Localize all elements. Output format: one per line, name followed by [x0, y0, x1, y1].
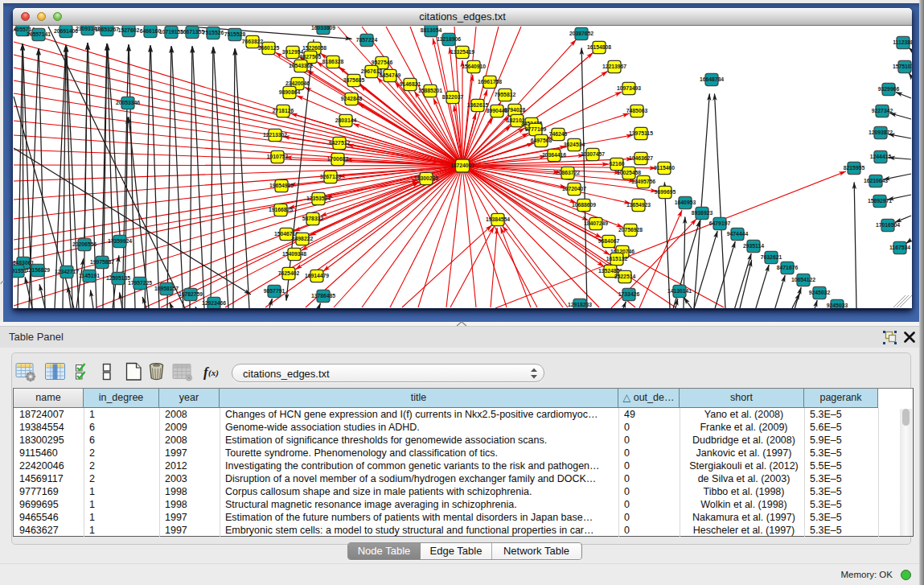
svg-text:20691406: 20691406	[54, 28, 78, 34]
svg-text:2803144: 2803144	[335, 117, 357, 123]
svg-text:1145191: 1145191	[79, 273, 100, 278]
svg-text:16648784: 16648784	[700, 76, 724, 82]
svg-text:746246: 746246	[549, 131, 568, 137]
svg-text:3875685: 3875685	[343, 77, 365, 83]
svg-text:2935114: 2935114	[743, 243, 764, 249]
svg-text:14130141: 14130141	[667, 288, 692, 294]
svg-text:17016504: 17016504	[876, 222, 900, 228]
svg-text:9890864: 9890864	[279, 89, 301, 95]
svg-text:18407249: 18407249	[584, 220, 608, 226]
svg-text:15226058: 15226058	[302, 45, 326, 51]
svg-text:16210643: 16210643	[864, 178, 888, 183]
svg-text:8813054: 8813054	[421, 27, 442, 33]
svg-text:8186328: 8186328	[322, 59, 344, 64]
svg-text:13325419: 13325419	[450, 49, 474, 55]
svg-text:5878332: 5878332	[302, 216, 324, 221]
svg-text:7857224: 7857224	[356, 37, 378, 43]
svg-text:15692971: 15692971	[868, 198, 892, 204]
svg-text:16671355: 16671355	[180, 29, 204, 35]
svg-text:9245033: 9245033	[827, 303, 848, 308]
svg-text:20206556: 20206556	[72, 241, 97, 247]
svg-text:15751074: 15751074	[893, 64, 912, 69]
svg-text:1733426: 1733426	[618, 291, 640, 297]
svg-text:9684067: 9684067	[598, 238, 620, 244]
svg-text:16033809: 16033809	[311, 26, 335, 31]
svg-text:8938923: 8938923	[692, 210, 713, 216]
svg-text:18724007: 18724007	[450, 163, 474, 168]
svg-text:12918233: 12918233	[568, 302, 592, 307]
svg-text:9242848: 9242848	[341, 96, 363, 101]
svg-text:6466160: 6466160	[140, 28, 162, 34]
svg-text:9527546: 9527546	[372, 60, 393, 65]
svg-text:18300295: 18300295	[414, 175, 438, 181]
svg-text:13975115: 13975115	[629, 130, 653, 136]
svg-text:9245032: 9245032	[809, 290, 831, 295]
svg-text:16961758: 16961758	[478, 79, 502, 84]
svg-text:1615132: 1615132	[606, 256, 628, 262]
svg-text:12923466: 12923466	[202, 300, 226, 306]
svg-text:8322037: 8322037	[442, 94, 464, 100]
svg-text:20557141: 20557141	[27, 31, 51, 37]
svg-text:13654923: 13654923	[626, 202, 651, 208]
svg-text:62160: 62160	[610, 161, 625, 167]
svg-text:1362615: 1362615	[467, 102, 489, 108]
svg-text:16782759: 16782759	[179, 291, 203, 297]
svg-text:12156829: 12156829	[26, 267, 50, 273]
svg-text:10688609: 10688609	[572, 202, 596, 208]
svg-text:9827505: 9827505	[300, 54, 322, 60]
svg-text:1244415: 1244415	[870, 154, 892, 159]
svg-text:3522514: 3522514	[614, 274, 636, 279]
svg-text:19463627: 19463627	[629, 155, 653, 161]
svg-text:9227342: 9227342	[872, 108, 893, 113]
svg-text:15885201: 15885201	[418, 88, 442, 93]
svg-text:9115460: 9115460	[654, 165, 675, 171]
svg-text:10958157: 10958157	[154, 286, 179, 291]
svg-text:9329966: 9329966	[878, 86, 900, 92]
svg-text:1167534: 1167534	[889, 245, 910, 250]
svg-text:8215955: 8215955	[844, 165, 865, 171]
svg-text:23420046: 23420046	[285, 80, 310, 86]
svg-text:16914479: 16914479	[305, 273, 329, 278]
svg-text:6794028: 6794028	[504, 107, 526, 113]
svg-text:8471676: 8471676	[777, 265, 799, 270]
svg-text:12213967: 12213967	[602, 64, 626, 69]
svg-text:9777169: 9777169	[525, 126, 547, 132]
svg-text:13495756: 13495756	[631, 179, 655, 184]
svg-text:10973493: 10973493	[617, 85, 641, 91]
svg-text:10543362: 10543362	[289, 63, 313, 68]
svg-text:20364416: 20364416	[542, 152, 566, 158]
svg-text:7515526: 7515526	[203, 30, 224, 35]
svg-text:19654985: 19654985	[269, 183, 294, 188]
svg-text:7663822: 7663822	[242, 39, 264, 44]
svg-text:2718126: 2718126	[273, 108, 294, 113]
svg-text:6479197: 6479197	[709, 220, 731, 226]
svg-text:12353594: 12353594	[306, 196, 331, 201]
svg-text:12505135: 12505135	[106, 275, 130, 281]
svg-text:1700682: 1700682	[327, 156, 349, 162]
svg-text:13218906: 13218906	[437, 36, 461, 42]
svg-text:12342717: 12342717	[55, 269, 79, 274]
svg-text:3624534: 3624534	[564, 142, 585, 147]
svg-text:7955812: 7955812	[495, 92, 516, 97]
svg-text:1010753: 1010753	[267, 154, 289, 159]
svg-text:12093872: 12093872	[869, 130, 893, 135]
svg-text:10653267: 10653267	[95, 27, 119, 32]
svg-text:10654122: 10654122	[791, 277, 815, 282]
svg-text:7485063: 7485063	[626, 108, 648, 113]
svg-text:9699695: 9699695	[655, 189, 676, 195]
svg-text:19975887: 19975887	[90, 259, 114, 265]
svg-text:10307457: 10307457	[581, 151, 605, 157]
svg-text:9146821: 9146821	[400, 81, 421, 87]
svg-text:15640910: 15640910	[462, 64, 486, 69]
svg-text:7515528: 7515528	[224, 31, 246, 37]
svg-text:8454749: 8454749	[380, 72, 401, 78]
svg-text:20863722: 20863722	[556, 170, 580, 175]
svg-text:9474444: 9474444	[727, 231, 749, 237]
svg-text:1112388: 1112388	[893, 39, 912, 45]
svg-text:17359924: 17359924	[108, 238, 132, 244]
svg-text:3498222: 3498222	[292, 236, 314, 241]
svg-text:3660125: 3660125	[258, 45, 280, 51]
svg-text:19166825: 19166825	[269, 207, 293, 212]
svg-text:9427512: 9427512	[329, 140, 351, 146]
svg-text:10025458: 10025458	[617, 170, 641, 175]
